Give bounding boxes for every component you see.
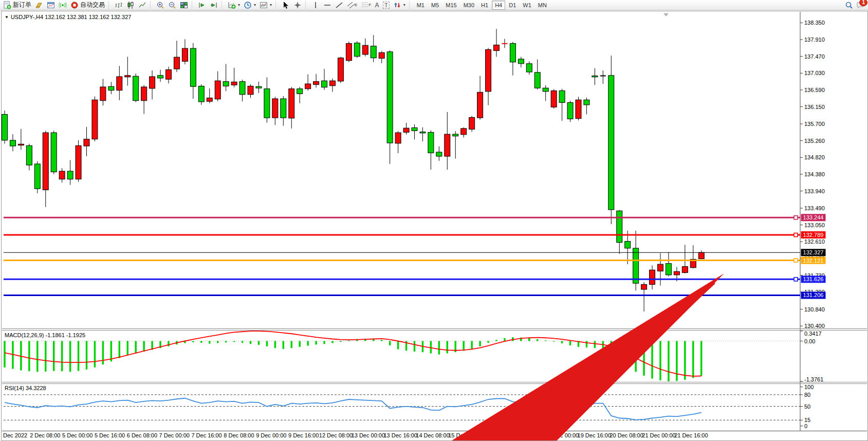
- candle-body[interactable]: [486, 49, 491, 91]
- candle-body[interactable]: [362, 45, 368, 54]
- candle-body[interactable]: [518, 59, 524, 64]
- candle-body[interactable]: [608, 76, 614, 210]
- candle-body[interactable]: [272, 99, 278, 118]
- candle-body[interactable]: [592, 76, 598, 77]
- timeframe-d1-button[interactable]: D1: [506, 1, 519, 10]
- candle-body[interactable]: [223, 82, 229, 86]
- candle-body[interactable]: [674, 271, 679, 275]
- candle-body[interactable]: [559, 90, 565, 102]
- candle-body[interactable]: [666, 264, 671, 275]
- candle-body[interactable]: [412, 127, 417, 131]
- candle-body[interactable]: [76, 145, 81, 179]
- candle-body[interactable]: [641, 284, 647, 289]
- candle-body[interactable]: [34, 164, 40, 189]
- candle-body[interactable]: [428, 132, 434, 153]
- candle-body[interactable]: [551, 90, 557, 107]
- candle-body[interactable]: [231, 82, 237, 85]
- candle-body[interactable]: [436, 152, 442, 156]
- tile-windows-button[interactable]: [178, 1, 190, 10]
- cursor-tool-button[interactable]: [280, 1, 291, 10]
- candle-body[interactable]: [658, 264, 663, 271]
- candle-body[interactable]: [248, 86, 253, 95]
- candle-body[interactable]: [469, 117, 475, 129]
- candle-body[interactable]: [395, 133, 401, 143]
- candle-body[interactable]: [141, 87, 147, 101]
- new-order-button[interactable]: 新订单: [2, 1, 33, 10]
- chart-plot-area[interactable]: [2, 12, 800, 430]
- candle-body[interactable]: [108, 86, 114, 90]
- candle-body[interactable]: [133, 76, 139, 100]
- timeframe-mn-button[interactable]: MN: [535, 1, 550, 10]
- line-handle[interactable]: [794, 216, 798, 219]
- candle-body[interactable]: [420, 132, 426, 133]
- candle-body[interactable]: [207, 98, 212, 102]
- candle-body[interactable]: [650, 270, 655, 284]
- indicators-button[interactable]: ▾: [226, 1, 242, 10]
- candle-body[interactable]: [51, 133, 57, 172]
- candle-body[interactable]: [576, 100, 581, 118]
- candle-body[interactable]: [445, 134, 450, 156]
- timeframe-m1-button[interactable]: M1: [414, 1, 428, 10]
- candle-body[interactable]: [403, 128, 409, 132]
- candle-body[interactable]: [43, 133, 48, 190]
- fibonacci-tool-button[interactable]: F: [359, 1, 373, 10]
- candle-body[interactable]: [526, 64, 532, 72]
- line-handle[interactable]: [794, 278, 798, 281]
- candle-body[interactable]: [100, 87, 106, 101]
- candle-body[interactable]: [584, 100, 589, 105]
- candle-body[interactable]: [84, 139, 89, 146]
- candle-body[interactable]: [215, 81, 220, 99]
- candle-body[interactable]: [682, 267, 688, 273]
- candle-body[interactable]: [158, 76, 163, 78]
- mql-button[interactable]: [33, 1, 45, 10]
- candle-body[interactable]: [379, 52, 384, 58]
- candle-body[interactable]: [625, 242, 631, 248]
- candle-body[interactable]: [18, 144, 24, 145]
- auto-scroll-button[interactable]: [196, 1, 208, 10]
- timeframe-h1-button[interactable]: H1: [478, 1, 491, 10]
- candle-body[interactable]: [10, 140, 15, 146]
- candle-body[interactable]: [313, 82, 319, 85]
- candle-body[interactable]: [567, 102, 573, 119]
- chat-button[interactable]: 1: [856, 1, 864, 9]
- candle-body[interactable]: [477, 92, 483, 118]
- chart-canvas[interactable]: 138.350137.910137.470137.030136.590136.1…: [2, 11, 867, 440]
- periods-button[interactable]: ▾: [242, 1, 257, 10]
- candle-body[interactable]: [59, 171, 65, 179]
- candle-body[interactable]: [322, 81, 327, 87]
- candle-body[interactable]: [166, 70, 172, 80]
- candle-body[interactable]: [453, 134, 458, 136]
- trendline-tool-button[interactable]: [334, 1, 345, 10]
- new-chart-button[interactable]: [45, 1, 57, 10]
- candle-body[interactable]: [117, 77, 122, 90]
- candle-body[interactable]: [633, 248, 639, 283]
- zoom-out-button[interactable]: [167, 1, 178, 10]
- candle-body[interactable]: [543, 88, 548, 91]
- arrows-tool-button[interactable]: ▾: [392, 1, 407, 10]
- timeframe-h4-button[interactable]: H4: [492, 1, 505, 10]
- candle-body[interactable]: [534, 72, 540, 88]
- candle-body[interactable]: [698, 252, 704, 259]
- candle-body[interactable]: [617, 211, 622, 243]
- candle-body[interactable]: [150, 77, 155, 88]
- horizontal-line-tool-button[interactable]: [322, 1, 333, 10]
- candle-body[interactable]: [387, 52, 393, 143]
- line-handle[interactable]: [794, 233, 798, 237]
- vertical-line-tool-button[interactable]: [310, 1, 321, 10]
- candle-body[interactable]: [305, 84, 311, 89]
- text-tool-button[interactable]: A: [373, 1, 381, 10]
- candle-body[interactable]: [371, 46, 376, 58]
- candle-body[interactable]: [125, 76, 131, 77]
- candle-body[interactable]: [346, 43, 352, 60]
- candle-body[interactable]: [289, 89, 294, 118]
- candle-body[interactable]: [26, 145, 32, 165]
- candle-body[interactable]: [182, 48, 188, 61]
- candle-body[interactable]: [494, 45, 500, 50]
- autotrading-button[interactable]: 自动交易: [69, 1, 106, 10]
- bar-chart-mode-button[interactable]: [113, 1, 124, 10]
- chart-shift-button[interactable]: [208, 1, 219, 10]
- candle-body[interactable]: [297, 89, 303, 94]
- timeframe-m15-button[interactable]: M15: [442, 1, 459, 10]
- candle-body[interactable]: [461, 128, 467, 135]
- templates-button[interactable]: ▾: [258, 1, 273, 10]
